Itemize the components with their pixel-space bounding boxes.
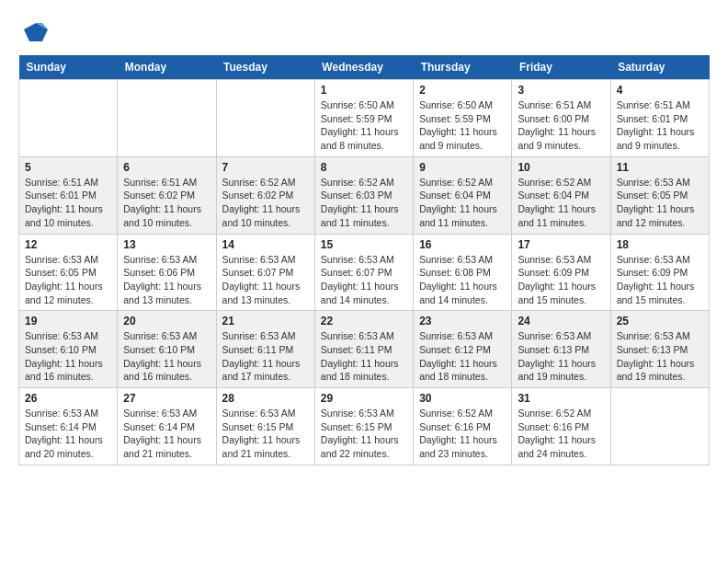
calendar-cell: 20Sunrise: 6:53 AMSunset: 6:10 PMDayligh…	[118, 311, 216, 388]
day-info: Sunrise: 6:53 AMSunset: 6:13 PMDaylight:…	[617, 329, 703, 384]
day-info: Sunrise: 6:50 AMSunset: 5:59 PMDaylight:…	[321, 98, 407, 153]
day-number: 23	[419, 315, 506, 327]
day-info: Sunrise: 6:52 AMSunset: 6:03 PMDaylight:…	[321, 176, 407, 230]
day-number: 11	[617, 161, 703, 174]
day-number: 16	[419, 238, 506, 251]
calendar-header-monday: Monday	[118, 55, 216, 80]
day-info: Sunrise: 6:53 AMSunset: 6:07 PMDaylight:…	[321, 253, 407, 307]
day-number: 20	[123, 315, 210, 327]
day-info: Sunrise: 6:52 AMSunset: 6:04 PMDaylight:…	[419, 176, 506, 230]
day-info: Sunrise: 6:53 AMSunset: 6:14 PMDaylight:…	[25, 407, 111, 461]
calendar-cell: 22Sunrise: 6:53 AMSunset: 6:11 PMDayligh…	[314, 311, 413, 388]
calendar-cell: 31Sunrise: 6:52 AMSunset: 6:16 PMDayligh…	[512, 388, 610, 465]
day-info: Sunrise: 6:53 AMSunset: 6:11 PMDaylight:…	[222, 329, 309, 384]
calendar-header-wednesday: Wednesday	[314, 55, 413, 80]
day-info: Sunrise: 6:51 AMSunset: 6:01 PMDaylight:…	[617, 98, 703, 153]
calendar-table: SundayMondayTuesdayWednesdayThursdayFrid…	[18, 55, 710, 465]
day-info: Sunrise: 6:53 AMSunset: 6:10 PMDaylight:…	[123, 329, 210, 384]
day-number: 28	[222, 392, 309, 405]
day-info: Sunrise: 6:53 AMSunset: 6:10 PMDaylight:…	[25, 329, 111, 384]
day-number: 27	[123, 392, 210, 405]
day-number: 26	[25, 392, 111, 405]
day-number: 17	[518, 238, 604, 251]
calendar-cell: 10Sunrise: 6:52 AMSunset: 6:04 PMDayligh…	[512, 156, 610, 234]
day-number: 13	[123, 238, 210, 251]
day-number: 30	[419, 392, 506, 405]
calendar-cell: 9Sunrise: 6:52 AMSunset: 6:04 PMDaylight…	[414, 156, 512, 234]
calendar-cell: 18Sunrise: 6:53 AMSunset: 6:09 PMDayligh…	[610, 234, 709, 311]
day-info: Sunrise: 6:51 AMSunset: 6:02 PMDaylight:…	[123, 176, 210, 230]
day-number: 25	[617, 315, 703, 327]
day-info: Sunrise: 6:52 AMSunset: 6:16 PMDaylight:…	[518, 407, 604, 461]
calendar-header-thursday: Thursday	[414, 55, 512, 80]
day-number: 4	[617, 84, 703, 97]
day-info: Sunrise: 6:53 AMSunset: 6:05 PMDaylight:…	[617, 176, 703, 230]
calendar-cell: 5Sunrise: 6:51 AMSunset: 6:01 PMDaylight…	[19, 156, 118, 234]
calendar-cell: 30Sunrise: 6:52 AMSunset: 6:16 PMDayligh…	[414, 388, 512, 465]
calendar-header-sunday: Sunday	[19, 55, 118, 80]
day-number: 7	[222, 161, 309, 174]
day-info: Sunrise: 6:52 AMSunset: 6:16 PMDaylight:…	[419, 407, 506, 461]
calendar-cell: 11Sunrise: 6:53 AMSunset: 6:05 PMDayligh…	[610, 156, 709, 234]
calendar-cell: 25Sunrise: 6:53 AMSunset: 6:13 PMDayligh…	[610, 311, 709, 388]
day-number: 5	[25, 161, 111, 174]
day-number: 18	[617, 238, 703, 251]
day-info: Sunrise: 6:51 AMSunset: 6:01 PMDaylight:…	[25, 176, 111, 230]
day-number: 6	[123, 161, 210, 174]
calendar-cell: 13Sunrise: 6:53 AMSunset: 6:06 PMDayligh…	[118, 234, 216, 311]
calendar-cell: 1Sunrise: 6:50 AMSunset: 5:59 PMDaylight…	[314, 80, 413, 157]
calendar-cell: 7Sunrise: 6:52 AMSunset: 6:02 PMDaylight…	[216, 156, 314, 234]
day-number: 15	[321, 238, 407, 251]
day-info: Sunrise: 6:52 AMSunset: 6:04 PMDaylight:…	[518, 176, 604, 230]
calendar-cell	[216, 80, 314, 157]
calendar-cell: 21Sunrise: 6:53 AMSunset: 6:11 PMDayligh…	[216, 311, 314, 388]
calendar-cell: 15Sunrise: 6:53 AMSunset: 6:07 PMDayligh…	[314, 234, 413, 311]
calendar-cell: 16Sunrise: 6:53 AMSunset: 6:08 PMDayligh…	[414, 234, 512, 311]
calendar-header-saturday: Saturday	[610, 55, 709, 80]
calendar-cell: 8Sunrise: 6:52 AMSunset: 6:03 PMDaylight…	[314, 156, 413, 234]
day-info: Sunrise: 6:53 AMSunset: 6:05 PMDaylight:…	[25, 253, 111, 307]
day-info: Sunrise: 6:53 AMSunset: 6:09 PMDaylight:…	[518, 253, 604, 307]
calendar-cell: 6Sunrise: 6:51 AMSunset: 6:02 PMDaylight…	[118, 156, 216, 234]
calendar-cell: 2Sunrise: 6:50 AMSunset: 5:59 PMDaylight…	[414, 80, 512, 157]
calendar-cell: 12Sunrise: 6:53 AMSunset: 6:05 PMDayligh…	[19, 234, 118, 311]
calendar-cell: 29Sunrise: 6:53 AMSunset: 6:15 PMDayligh…	[314, 388, 413, 465]
day-info: Sunrise: 6:53 AMSunset: 6:06 PMDaylight:…	[123, 253, 210, 307]
day-info: Sunrise: 6:53 AMSunset: 6:11 PMDaylight:…	[321, 329, 407, 384]
calendar-cell	[19, 80, 118, 157]
calendar-cell: 23Sunrise: 6:53 AMSunset: 6:12 PMDayligh…	[414, 311, 512, 388]
calendar-cell: 17Sunrise: 6:53 AMSunset: 6:09 PMDayligh…	[512, 234, 610, 311]
calendar-week-row: 12Sunrise: 6:53 AMSunset: 6:05 PMDayligh…	[19, 234, 710, 311]
day-number: 2	[419, 84, 506, 97]
day-number: 9	[419, 161, 506, 174]
logo-icon	[22, 18, 50, 46]
day-number: 22	[321, 315, 407, 327]
calendar-cell	[118, 80, 216, 157]
day-info: Sunrise: 6:53 AMSunset: 6:09 PMDaylight:…	[617, 253, 703, 307]
day-number: 14	[222, 238, 309, 251]
day-info: Sunrise: 6:53 AMSunset: 6:15 PMDaylight:…	[321, 407, 407, 461]
calendar-cell	[610, 388, 709, 465]
day-number: 21	[222, 315, 309, 327]
day-number: 3	[518, 84, 604, 97]
day-number: 10	[518, 161, 604, 174]
day-info: Sunrise: 6:53 AMSunset: 6:15 PMDaylight:…	[222, 407, 309, 461]
day-number: 8	[321, 161, 407, 174]
day-info: Sunrise: 6:53 AMSunset: 6:08 PMDaylight:…	[419, 253, 506, 307]
calendar-cell: 4Sunrise: 6:51 AMSunset: 6:01 PMDaylight…	[610, 80, 709, 157]
calendar-week-row: 1Sunrise: 6:50 AMSunset: 5:59 PMDaylight…	[19, 80, 710, 157]
calendar-cell: 28Sunrise: 6:53 AMSunset: 6:15 PMDayligh…	[216, 388, 314, 465]
calendar-cell: 19Sunrise: 6:53 AMSunset: 6:10 PMDayligh…	[19, 311, 118, 388]
day-info: Sunrise: 6:53 AMSunset: 6:14 PMDaylight:…	[123, 407, 210, 461]
page-header	[18, 18, 710, 46]
calendar-week-row: 19Sunrise: 6:53 AMSunset: 6:10 PMDayligh…	[19, 311, 710, 388]
day-number: 19	[25, 315, 111, 327]
day-info: Sunrise: 6:53 AMSunset: 6:13 PMDaylight:…	[518, 329, 604, 384]
calendar-header-friday: Friday	[512, 55, 610, 80]
day-info: Sunrise: 6:50 AMSunset: 5:59 PMDaylight:…	[419, 98, 506, 153]
day-info: Sunrise: 6:52 AMSunset: 6:02 PMDaylight:…	[222, 176, 309, 230]
day-info: Sunrise: 6:53 AMSunset: 6:12 PMDaylight:…	[419, 329, 506, 384]
calendar-week-row: 26Sunrise: 6:53 AMSunset: 6:14 PMDayligh…	[19, 388, 710, 465]
calendar-week-row: 5Sunrise: 6:51 AMSunset: 6:01 PMDaylight…	[19, 156, 710, 234]
calendar-header-row: SundayMondayTuesdayWednesdayThursdayFrid…	[19, 55, 710, 80]
